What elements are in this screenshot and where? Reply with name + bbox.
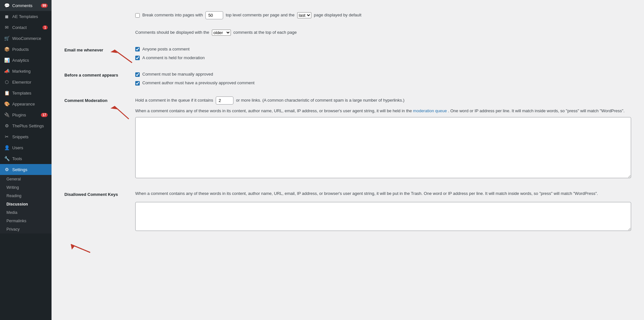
sidebar-item-products[interactable]: 📦 Products: [0, 44, 52, 55]
email-anyone-posts-checkbox[interactable]: [135, 47, 140, 51]
sidebar-item-templates[interactable]: 📋 Templates: [0, 87, 52, 98]
sidebar-item-comments[interactable]: 💬 Comments 99: [0, 0, 52, 11]
woocommerce-icon: 🛒: [4, 35, 10, 41]
email-held-moderation-label: A comment is held for moderation: [142, 55, 205, 61]
moderation-queue-link[interactable]: moderation queue: [413, 108, 447, 113]
before-comment-field: Comment must be manually approved Commen…: [132, 66, 634, 92]
break-comments-label: [61, 6, 132, 24]
before-comment-row: Before a comment appears Comment must be…: [61, 66, 634, 92]
break-comments-field: Break comments into pages with top level…: [132, 6, 634, 24]
display-order-field: Comments should be displayed with the ol…: [132, 24, 634, 41]
submenu-item-permalinks[interactable]: Permalinks: [0, 217, 52, 225]
sidebar-item-label: Analytics: [12, 58, 29, 63]
sidebar-item-label: Marketing: [12, 69, 31, 74]
break-comments-inline: Break comments into pages with top level…: [135, 11, 631, 19]
contact-badge: 1: [43, 25, 48, 30]
submenu-item-privacy[interactable]: Privacy: [0, 225, 52, 233]
submenu-label: Discussion: [6, 202, 28, 206]
email-held-moderation-checkbox[interactable]: [135, 56, 140, 60]
email-option-1-row: Anyone posts a comment: [135, 46, 631, 53]
mod-desc-after: . One word or IP address per line. It wi…: [448, 108, 624, 113]
comment-moderation-label: Comment Moderation: [61, 91, 132, 185]
submenu-label: Permalinks: [6, 219, 26, 223]
disallowed-keys-label: Disallowed Comment Keys: [61, 185, 132, 238]
display-order-row: Comments should be displayed with the ol…: [61, 24, 634, 41]
svg-marker-5: [71, 244, 75, 250]
sidebar-item-ae-templates[interactable]: ◼ AE Templates: [0, 11, 52, 22]
moderation-links-input[interactable]: [216, 96, 233, 105]
templates-icon: 📋: [4, 90, 10, 96]
sidebar-item-label: Elementor: [12, 80, 31, 85]
display-order-inline: Comments should be displayed with the ol…: [135, 29, 631, 36]
manually-approved-label: Comment must be manually approved: [142, 71, 213, 78]
main-content: Break comments into pages with top level…: [52, 0, 644, 320]
elementor-icon: ⬡: [4, 79, 10, 85]
break-label-text: Break comments into pages with: [142, 12, 203, 19]
disallowed-keys-field: When a comment contains any of these wor…: [132, 185, 634, 238]
moderation-text2: or more links. (A common characteristic …: [236, 97, 404, 104]
break-comments-count-input[interactable]: [205, 11, 223, 19]
break-comments-order-select[interactable]: last first: [297, 12, 311, 18]
before-option-1-row: Comment must be manually approved: [135, 71, 631, 78]
submenu-item-reading[interactable]: Reading: [0, 192, 52, 200]
plugins-icon: 🔌: [4, 112, 10, 118]
email-me-whenever-label: Email me whenever: [61, 41, 132, 66]
plugins-badge: 17: [41, 113, 48, 117]
submenu-item-media[interactable]: Media: [0, 208, 52, 217]
display-order-text2: comments at the top of each page: [233, 29, 297, 36]
sidebar-item-snippets[interactable]: ✂ Snippets: [0, 131, 52, 142]
disallowed-description: When a comment contains any of these wor…: [135, 190, 631, 197]
email-anyone-posts-label: Anyone posts a comment: [142, 46, 190, 53]
theplus-icon: ⚙: [4, 123, 10, 129]
settings-table: Break comments into pages with top level…: [61, 6, 634, 238]
sidebar-item-label: WooCommerce: [12, 36, 41, 41]
contact-icon: ✉: [4, 24, 10, 30]
sidebar-item-label: Plugins: [12, 113, 26, 117]
sidebar-item-label: Snippets: [12, 134, 29, 139]
manually-approved-checkbox[interactable]: [135, 72, 140, 77]
sidebar-item-theplus[interactable]: ⚙ ThePlus Settings: [0, 120, 52, 131]
moderation-inline: Hold a comment in the queue if it contai…: [135, 96, 631, 105]
sidebar-item-settings[interactable]: ⚙ Settings: [0, 164, 52, 175]
submenu-label: General: [6, 177, 21, 181]
submenu-label: Media: [6, 210, 17, 215]
sidebar-item-label: AE Templates: [12, 14, 38, 19]
submenu-label: Writing: [6, 185, 19, 190]
sidebar-item-tools[interactable]: 🔧 Tools: [0, 153, 52, 164]
moderation-textarea[interactable]: [135, 117, 631, 178]
comment-moderation-row: Comment Moderation Hold a comment in the…: [61, 91, 634, 185]
sidebar-item-marketing[interactable]: 📣 Marketing: [0, 66, 52, 77]
sidebar-item-label: Tools: [12, 156, 22, 161]
sidebar-item-label: Contact: [12, 25, 27, 30]
sidebar-item-users[interactable]: 👤 Users: [0, 142, 52, 153]
svg-line-4: [71, 244, 90, 252]
analytics-icon: 📊: [4, 57, 10, 63]
sidebar-item-appearance[interactable]: 🎨 Appearance: [0, 98, 52, 109]
comments-icon: 💬: [4, 3, 10, 8]
submenu-item-discussion[interactable]: Discussion: [0, 200, 52, 208]
submenu-item-general[interactable]: General: [0, 175, 52, 183]
sidebar-item-elementor[interactable]: ⬡ Elementor: [0, 77, 52, 87]
break-label-text3: page displayed by default: [314, 12, 361, 19]
sidebar-item-woocommerce[interactable]: 🛒 WooCommerce: [0, 33, 52, 44]
disallowed-keys-row: Disallowed Comment Keys When a comment c…: [61, 185, 634, 238]
display-order-label: [61, 24, 132, 41]
before-comment-label: Before a comment appears: [61, 66, 132, 92]
sidebar-item-plugins[interactable]: 🔌 Plugins 17: [0, 109, 52, 120]
previously-approved-checkbox[interactable]: [135, 81, 140, 86]
sidebar-item-label: Comments: [12, 3, 33, 8]
display-order-select[interactable]: older newer: [212, 30, 231, 36]
email-me-whenever-row: Email me whenever Anyone posts a comment…: [61, 41, 634, 66]
break-comments-checkbox[interactable]: [135, 13, 140, 18]
break-comments-row: Break comments into pages with top level…: [61, 6, 634, 24]
sidebar-item-label: Templates: [12, 91, 31, 96]
submenu-label: Reading: [6, 194, 22, 198]
submenu-label: Privacy: [6, 227, 20, 232]
submenu-item-writing[interactable]: Writing: [0, 183, 52, 192]
sidebar-item-analytics[interactable]: 📊 Analytics: [0, 55, 52, 66]
ae-templates-icon: ◼: [4, 14, 10, 19]
before-option-2-row: Comment author must have a previously ap…: [135, 80, 631, 87]
sidebar-item-label: Appearance: [12, 102, 35, 106]
disallowed-textarea[interactable]: [135, 202, 631, 231]
sidebar-item-contact[interactable]: ✉ Contact 1: [0, 22, 52, 33]
